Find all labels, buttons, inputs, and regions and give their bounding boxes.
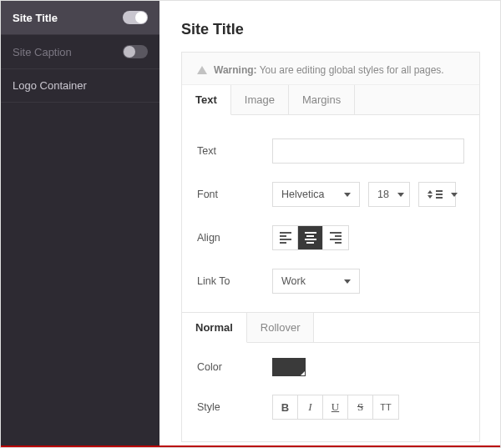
align-center-button[interactable] (298, 226, 323, 249)
sidebar-item-label: Site Title (13, 12, 58, 24)
strike-button[interactable]: S (348, 395, 373, 419)
text-label: Text (197, 145, 272, 157)
font-size-value: 18 (377, 189, 389, 200)
sidebar-item-site-caption[interactable]: Site Caption (1, 35, 159, 69)
tab-margins[interactable]: Margins (289, 85, 355, 114)
align-left-icon (280, 232, 291, 244)
italic-button[interactable]: I (298, 395, 323, 419)
chevron-down-icon (397, 193, 404, 197)
style-label: Style (197, 401, 272, 413)
sidebar: Site Title Site Caption Logo Container (1, 1, 159, 447)
main-panel: Site Title Warning: You are editing glob… (159, 1, 500, 447)
tab-image[interactable]: Image (231, 85, 289, 114)
chevron-down-icon (344, 279, 351, 284)
align-center-icon (305, 232, 316, 244)
linkto-label: Link To (197, 275, 272, 287)
toggle-site-caption[interactable] (123, 45, 148, 58)
app-root: Site Title Site Caption Logo Container S… (0, 0, 501, 448)
font-size-select[interactable]: 18 (368, 182, 410, 207)
tab-rollover[interactable]: Rollover (247, 313, 315, 342)
linkto-value: Work (281, 275, 306, 287)
tab-normal[interactable]: Normal (182, 313, 247, 343)
font-label: Font (197, 189, 272, 200)
align-right-icon (330, 232, 342, 244)
align-left-button[interactable] (273, 226, 298, 249)
page-title: Site Title (181, 21, 480, 38)
sidebar-item-logo-container[interactable]: Logo Container (1, 69, 159, 103)
sidebar-item-label: Logo Container (13, 79, 87, 92)
color-label: Color (197, 361, 272, 373)
warning-icon (197, 66, 207, 74)
form-area: Text Font Helvetica 18 (182, 115, 479, 441)
align-group (272, 225, 349, 250)
warning-banner: Warning: You are editing global styles f… (182, 53, 479, 85)
align-right-button[interactable] (323, 226, 348, 249)
align-label: Align (197, 232, 272, 244)
chevron-down-icon (451, 193, 458, 197)
settings-panel: Warning: You are editing global styles f… (181, 52, 480, 442)
warning-label: Warning: (214, 64, 257, 76)
bold-button[interactable]: B (273, 395, 298, 419)
caps-button[interactable]: TT (373, 395, 398, 419)
style-group: B I U S TT (272, 395, 399, 420)
underline-button[interactable]: U (323, 395, 348, 419)
toggle-site-title[interactable] (123, 11, 148, 24)
tab-text[interactable]: Text (182, 85, 231, 115)
sidebar-item-label: Site Caption (13, 46, 72, 58)
color-swatch[interactable] (272, 358, 306, 376)
sidebar-item-site-title[interactable]: Site Title (1, 1, 159, 35)
text-input[interactable] (272, 138, 464, 164)
warning-text: You are editing global styles for all pa… (260, 64, 444, 76)
line-height-select[interactable] (418, 182, 456, 207)
font-family-value: Helvetica (281, 189, 324, 200)
font-family-select[interactable]: Helvetica (272, 182, 360, 207)
linkto-select[interactable]: Work (272, 269, 360, 294)
line-height-icon (428, 190, 443, 199)
chevron-down-icon (344, 193, 351, 197)
state-tabs: Normal Rollover (182, 312, 479, 343)
tabs: Text Image Margins (182, 85, 479, 115)
